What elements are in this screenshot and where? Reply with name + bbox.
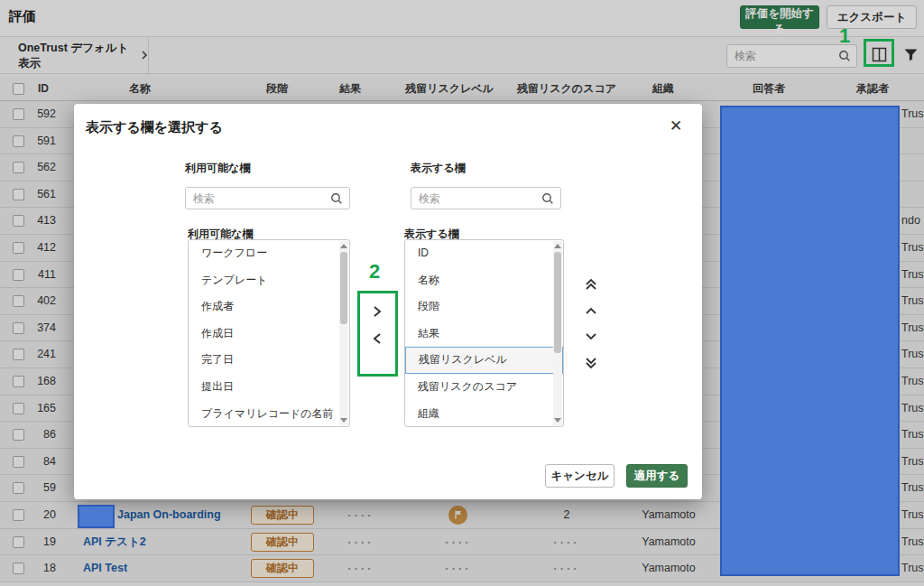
available-search-label: 利用可能な欄 bbox=[185, 161, 250, 176]
scroll-up-icon[interactable] bbox=[554, 244, 561, 248]
displayed-column-item[interactable]: 結果 bbox=[405, 321, 563, 348]
scrollbar[interactable] bbox=[339, 241, 348, 425]
cancel-button[interactable]: キャンセル bbox=[545, 464, 614, 488]
available-column-item[interactable]: プライマリレコードの名前 bbox=[189, 401, 349, 427]
annotation-label-2: 2 bbox=[369, 260, 380, 284]
displayed-column-item[interactable]: 名称 bbox=[405, 267, 563, 294]
available-column-item[interactable]: 作成日 bbox=[189, 321, 349, 348]
displayed-columns-list: ID名称段階結果残留リスクレベル残留リスクのスコア組織 bbox=[404, 239, 564, 427]
available-search-input[interactable] bbox=[193, 189, 310, 208]
close-icon[interactable]: ✕ bbox=[666, 116, 686, 135]
move-to-bottom-button[interactable] bbox=[581, 353, 601, 373]
displayed-search bbox=[411, 187, 561, 209]
move-down-button[interactable] bbox=[581, 327, 601, 347]
displayed-column-item[interactable]: 残留リスクレベル bbox=[405, 347, 563, 374]
available-search bbox=[185, 187, 350, 209]
move-to-top-button[interactable] bbox=[581, 274, 601, 294]
scrollbar[interactable] bbox=[553, 241, 562, 425]
available-column-item[interactable]: 作成者 bbox=[189, 293, 349, 321]
scrollbar-thumb[interactable] bbox=[554, 252, 561, 353]
annotation-box-2 bbox=[357, 291, 398, 377]
displayed-search-label: 表示する欄 bbox=[411, 161, 466, 176]
scrollbar-thumb[interactable] bbox=[340, 252, 347, 324]
scroll-up-icon[interactable] bbox=[340, 244, 347, 248]
displayed-column-item[interactable]: 残留リスクのスコア bbox=[405, 374, 563, 401]
available-column-item[interactable]: 完了日 bbox=[189, 347, 349, 374]
redaction-box-row-20 bbox=[78, 505, 115, 528]
displayed-column-item[interactable]: ID bbox=[405, 240, 563, 267]
available-column-item[interactable]: テンプレート bbox=[189, 267, 349, 294]
move-up-button[interactable] bbox=[581, 301, 601, 321]
redaction-box-respondent-column bbox=[720, 106, 900, 576]
available-column-item[interactable]: ワークフロー bbox=[189, 240, 349, 267]
available-column-item[interactable]: 提出日 bbox=[189, 374, 349, 401]
modal-title: 表示する欄を選択する bbox=[86, 119, 223, 136]
scroll-down-icon[interactable] bbox=[554, 418, 561, 423]
annotation-label-1: 1 bbox=[839, 24, 850, 48]
scroll-down-icon[interactable] bbox=[340, 418, 347, 423]
search-icon bbox=[330, 192, 343, 209]
annotation-box-1 bbox=[864, 39, 894, 67]
apply-button[interactable]: 適用する bbox=[626, 464, 688, 488]
search-icon bbox=[541, 192, 554, 209]
displayed-column-item[interactable]: 組織 bbox=[405, 401, 563, 427]
displayed-column-item[interactable]: 段階 bbox=[405, 293, 563, 321]
displayed-search-input[interactable] bbox=[419, 189, 526, 208]
available-columns-list: ワークフローテンプレート作成者作成日完了日提出日プライマリレコードの名前 bbox=[188, 239, 350, 427]
